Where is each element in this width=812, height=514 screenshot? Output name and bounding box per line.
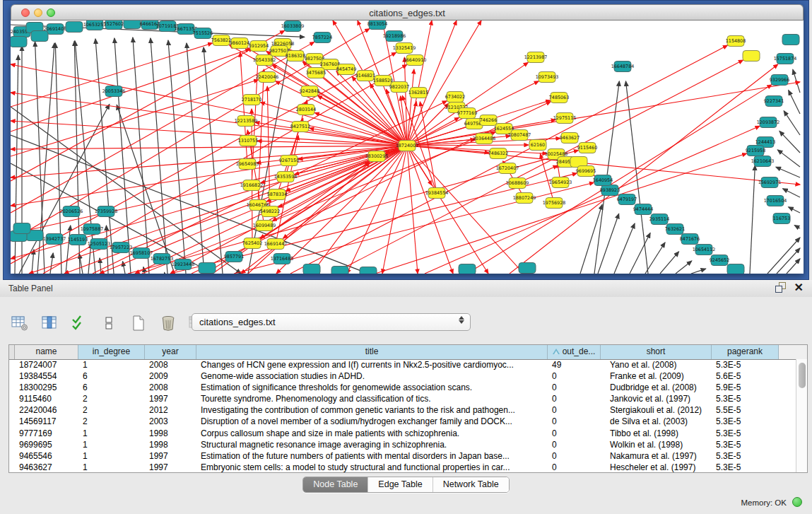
table-row[interactable]: 946362711997Embryonic stem cells: a mode… — [9, 462, 796, 473]
table-settings-icon[interactable] — [10, 314, 30, 332]
graph-node[interactable]: 13325419 — [393, 43, 416, 54]
table-cell[interactable]: 1997 — [145, 393, 196, 404]
graph-node[interactable]: 5878334 — [267, 189, 287, 200]
table-cell[interactable]: 18300295 — [15, 382, 78, 393]
graph-node[interactable]: 1154808 — [726, 36, 746, 47]
table-row[interactable]: 2242004622012Investigating the contribut… — [9, 404, 796, 416]
window-titlebar[interactable]: citations_edges.txt — [11, 4, 804, 21]
column-header-year[interactable]: year — [145, 345, 196, 359]
table-cell[interactable]: 6 — [78, 382, 145, 393]
graph-node[interactable]: 10688609 — [506, 178, 529, 189]
graph-node[interactable]: 16958107 — [130, 248, 153, 259]
table-cell[interactable]: Changes of HCN gene expression and I(f) … — [196, 359, 548, 370]
graph-node[interactable]: 14353594 — [274, 172, 298, 182]
table-cell[interactable]: Embryonic stem cells: a model to study s… — [196, 462, 548, 473]
graph-node[interactable]: 6479197 — [617, 194, 637, 205]
graph-node[interactable] — [303, 264, 320, 274]
table-cell[interactable]: 49 — [548, 359, 601, 370]
graph-node[interactable]: 1527602 — [104, 21, 124, 30]
float-panel-icon[interactable] — [775, 282, 786, 293]
column-header-outde[interactable]: out_de... — [548, 345, 601, 359]
graph-node[interactable]: 19384554 — [425, 188, 449, 199]
graph-node[interactable]: 12093872 — [757, 117, 780, 128]
graph-node[interactable]: 15692971 — [758, 177, 782, 188]
graph-node[interactable]: 17359928 — [95, 206, 118, 217]
graph-node[interactable]: 9463627 — [560, 133, 579, 144]
graph-node[interactable]: 2718170 — [242, 95, 261, 105]
graph-node[interactable] — [360, 267, 377, 274]
table-cell[interactable]: 1 — [78, 428, 145, 439]
table-cell[interactable]: 5.5E-5 — [712, 404, 779, 416]
graph-node[interactable]: 746266 — [480, 115, 497, 126]
table-cell[interactable]: 9465546 — [15, 450, 78, 462]
graph-node[interactable]: 9860124 — [230, 38, 249, 49]
table-cell[interactable]: 0 — [548, 404, 601, 416]
graph-node[interactable]: 8454749 — [336, 64, 356, 75]
graph-node[interactable]: 16648784 — [611, 62, 635, 72]
graph-node[interactable]: 19218986 — [383, 31, 406, 42]
graph-node[interactable]: 20053346 — [102, 86, 126, 97]
table-cell[interactable]: 2 — [78, 404, 145, 416]
graph-node[interactable]: 8427512 — [290, 122, 310, 132]
graph-node[interactable]: 16210643 — [751, 156, 775, 167]
table-cell[interactable]: 5.3E-5 — [712, 462, 779, 473]
graph-node[interactable]: 9777169 — [457, 108, 477, 119]
table-row[interactable]: 1830029562008Estimation of significance … — [9, 382, 796, 393]
graph-node[interactable] — [743, 51, 760, 62]
table-cell[interactable]: 5.3E-5 — [712, 450, 779, 462]
graph-node[interactable]: 7632621 — [665, 224, 685, 235]
graph-node[interactable]: 9329966 — [770, 75, 789, 86]
table-cell[interactable]: 1998 — [145, 428, 196, 439]
graph-node[interactable]: 13942737 — [43, 234, 66, 245]
graph-node[interactable]: 7515526 — [193, 28, 213, 39]
graph-node[interactable]: 19166822 — [240, 180, 264, 191]
graph-node[interactable]: 20206526 — [60, 206, 83, 217]
table-cell[interactable]: Tourette syndrome. Phenomenology and cla… — [196, 393, 548, 404]
graph-node[interactable]: 12505123 — [88, 239, 111, 250]
graph-node[interactable]: 16033809 — [281, 21, 305, 32]
graph-node[interactable]: 18807249 — [513, 193, 536, 204]
table-row[interactable]: 977716911998Corpus callosum shape and si… — [9, 428, 796, 439]
graph-node[interactable]: 10973493 — [536, 72, 559, 83]
table-cell[interactable]: 1 — [78, 359, 145, 370]
table-scrollbar[interactable] — [796, 359, 807, 472]
graph-node[interactable] — [124, 21, 141, 29]
graph-node[interactable]: 19654983 — [236, 159, 259, 170]
graph-node[interactable]: 7485063 — [549, 93, 569, 103]
table-cell[interactable]: Yano et al. (2008) — [601, 359, 712, 370]
graph-node[interactable]: 20364486 — [473, 134, 496, 144]
show-columns-icon[interactable] — [40, 314, 59, 332]
graph-node[interactable] — [782, 35, 799, 45]
graph-node[interactable]: 16691447 — [264, 239, 288, 250]
graph-node[interactable]: 9699695 — [576, 166, 596, 177]
table-cell[interactable]: 2 — [78, 393, 145, 404]
table-cell[interactable]: 0 — [548, 370, 601, 382]
graph-node[interactable]: 8471676 — [680, 234, 700, 245]
graph-node[interactable]: 10807487 — [508, 130, 531, 141]
graph-node[interactable] — [459, 264, 476, 274]
graph-node[interactable]: 9474444 — [633, 204, 653, 215]
table-cell[interactable]: 1998 — [145, 439, 196, 450]
table-cell[interactable]: 22420046 — [15, 404, 78, 416]
column-header-name[interactable]: name — [15, 345, 78, 359]
table-cell[interactable]: Hescheler et al. (1997) — [601, 462, 712, 473]
graph-node[interactable]: 12975115 — [553, 113, 577, 124]
graph-node[interactable]: 2935114 — [649, 214, 669, 225]
new-column-icon[interactable] — [129, 314, 148, 332]
table-cell[interactable]: Estimation of significance thresholds fo… — [196, 382, 548, 393]
table-cell[interactable]: 5.9E-5 — [712, 382, 779, 393]
graph-node[interactable]: 8813054 — [367, 21, 387, 30]
table-cell[interactable]: 2008 — [145, 382, 196, 393]
graph-node[interactable]: 17957223 — [110, 243, 133, 253]
table-cell[interactable]: 0 — [548, 416, 601, 427]
table-cell[interactable]: 1 — [78, 450, 145, 462]
graph-node[interactable]: 12923448 — [172, 259, 195, 270]
table-cell[interactable]: Wolkin et al. (1998) — [601, 439, 712, 450]
graph-node[interactable]: 8186328 — [286, 51, 305, 62]
table-cell[interactable]: 5.3E-5 — [712, 428, 779, 439]
graph-node[interactable] — [199, 263, 216, 274]
table-cell[interactable]: 18724007 — [15, 359, 78, 370]
graph-node[interactable]: 8938923 — [600, 185, 620, 196]
graph-node[interactable]: 7857224 — [312, 33, 332, 43]
table-cell[interactable]: Tibbo et al. (1998) — [601, 428, 712, 439]
